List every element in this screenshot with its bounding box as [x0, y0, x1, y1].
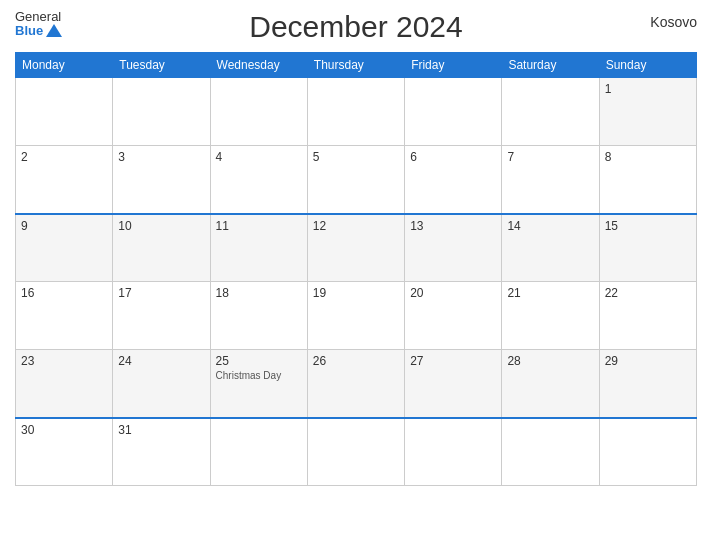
calendar-day-cell: 9	[16, 214, 113, 282]
day-number: 24	[118, 354, 204, 368]
day-number: 31	[118, 423, 204, 437]
calendar-title: December 2024	[249, 10, 462, 44]
calendar-day-cell	[502, 78, 599, 146]
calendar-day-cell: 1	[599, 78, 696, 146]
calendar-day-cell: 10	[113, 214, 210, 282]
calendar-week-row: 3031	[16, 418, 697, 486]
calendar-day-cell: 31	[113, 418, 210, 486]
calendar-day-cell	[210, 78, 307, 146]
calendar-day-cell	[16, 78, 113, 146]
calendar-day-cell: 23	[16, 350, 113, 418]
country-label: Kosovo	[650, 14, 697, 30]
calendar-day-cell: 5	[307, 146, 404, 214]
day-number: 14	[507, 219, 593, 233]
calendar-day-cell: 3	[113, 146, 210, 214]
day-number: 28	[507, 354, 593, 368]
day-number: 8	[605, 150, 691, 164]
calendar-day-cell: 16	[16, 282, 113, 350]
day-number: 3	[118, 150, 204, 164]
calendar-day-cell: 27	[405, 350, 502, 418]
calendar-day-cell: 24	[113, 350, 210, 418]
day-number: 6	[410, 150, 496, 164]
day-number: 26	[313, 354, 399, 368]
day-number: 18	[216, 286, 302, 300]
logo-blue-text: Blue	[15, 24, 62, 38]
day-number: 20	[410, 286, 496, 300]
calendar-day-cell: 25Christmas Day	[210, 350, 307, 418]
day-number: 17	[118, 286, 204, 300]
calendar-day-cell: 19	[307, 282, 404, 350]
col-sunday: Sunday	[599, 53, 696, 78]
calendar-day-cell	[307, 418, 404, 486]
logo: General Blue	[15, 10, 62, 39]
day-number: 12	[313, 219, 399, 233]
day-number: 21	[507, 286, 593, 300]
calendar-day-cell: 13	[405, 214, 502, 282]
day-number: 13	[410, 219, 496, 233]
calendar-week-row: 16171819202122	[16, 282, 697, 350]
calendar-day-cell	[405, 418, 502, 486]
day-number: 25	[216, 354, 302, 368]
calendar-week-row: 232425Christmas Day26272829	[16, 350, 697, 418]
calendar-day-cell	[599, 418, 696, 486]
calendar-day-cell: 26	[307, 350, 404, 418]
col-wednesday: Wednesday	[210, 53, 307, 78]
calendar-day-cell: 17	[113, 282, 210, 350]
calendar-day-cell: 22	[599, 282, 696, 350]
day-number: 22	[605, 286, 691, 300]
calendar-day-cell: 7	[502, 146, 599, 214]
day-number: 15	[605, 219, 691, 233]
calendar-day-cell: 29	[599, 350, 696, 418]
calendar-header-row: Monday Tuesday Wednesday Thursday Friday…	[16, 53, 697, 78]
logo-triangle-icon	[46, 24, 62, 37]
day-number: 7	[507, 150, 593, 164]
calendar-day-cell: 8	[599, 146, 696, 214]
calendar-week-row: 1	[16, 78, 697, 146]
calendar-day-cell: 15	[599, 214, 696, 282]
col-saturday: Saturday	[502, 53, 599, 78]
day-number: 11	[216, 219, 302, 233]
col-thursday: Thursday	[307, 53, 404, 78]
day-number: 2	[21, 150, 107, 164]
calendar-day-cell: 14	[502, 214, 599, 282]
calendar-day-cell	[307, 78, 404, 146]
day-number: 23	[21, 354, 107, 368]
day-number: 29	[605, 354, 691, 368]
day-number: 16	[21, 286, 107, 300]
calendar-week-row: 9101112131415	[16, 214, 697, 282]
day-number: 19	[313, 286, 399, 300]
col-tuesday: Tuesday	[113, 53, 210, 78]
calendar-day-cell	[113, 78, 210, 146]
day-number: 10	[118, 219, 204, 233]
calendar-day-cell: 11	[210, 214, 307, 282]
calendar-day-cell: 30	[16, 418, 113, 486]
day-number: 5	[313, 150, 399, 164]
calendar-day-cell: 18	[210, 282, 307, 350]
calendar-day-cell: 21	[502, 282, 599, 350]
calendar-day-cell	[502, 418, 599, 486]
header: General Blue December 2024 Kosovo	[15, 10, 697, 44]
calendar-week-row: 2345678	[16, 146, 697, 214]
calendar-day-cell	[210, 418, 307, 486]
day-number: 27	[410, 354, 496, 368]
logo-general-text: General	[15, 10, 61, 24]
calendar-day-cell: 6	[405, 146, 502, 214]
col-friday: Friday	[405, 53, 502, 78]
calendar-table: Monday Tuesday Wednesday Thursday Friday…	[15, 52, 697, 486]
day-number: 4	[216, 150, 302, 164]
calendar-day-cell: 2	[16, 146, 113, 214]
calendar-day-cell: 28	[502, 350, 599, 418]
col-monday: Monday	[16, 53, 113, 78]
holiday-label: Christmas Day	[216, 370, 302, 381]
day-number: 9	[21, 219, 107, 233]
day-number: 1	[605, 82, 691, 96]
calendar-day-cell: 12	[307, 214, 404, 282]
calendar-day-cell	[405, 78, 502, 146]
calendar-page: General Blue December 2024 Kosovo Monday…	[0, 0, 712, 550]
calendar-day-cell: 4	[210, 146, 307, 214]
calendar-day-cell: 20	[405, 282, 502, 350]
day-number: 30	[21, 423, 107, 437]
